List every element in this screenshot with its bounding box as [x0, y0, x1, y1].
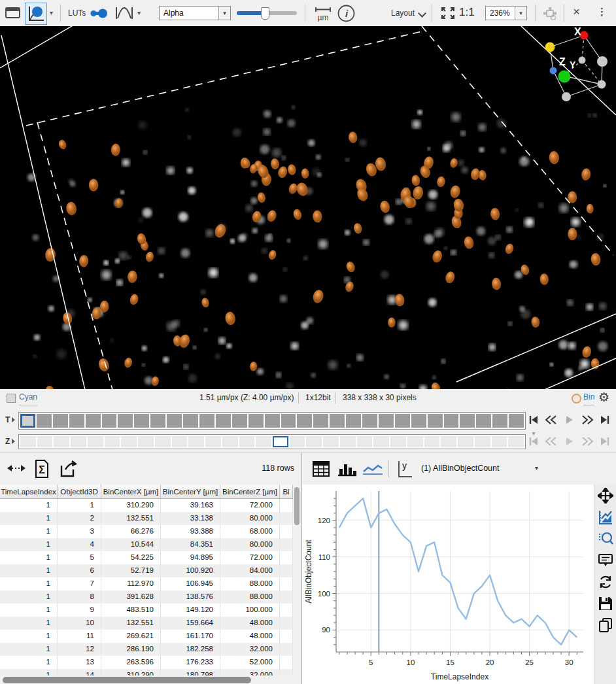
- alpha-select[interactable]: Alpha ▾: [159, 6, 231, 20]
- zoom-level-select[interactable]: 236% ▾: [485, 6, 527, 20]
- t-tile[interactable]: [248, 414, 264, 428]
- t-tile[interactable]: [20, 414, 35, 428]
- feature-selector[interactable]: (1) AllBinObjectCount: [421, 464, 500, 473]
- z-tile[interactable]: [172, 436, 188, 447]
- z-tile[interactable]: [105, 436, 120, 447]
- channel-link[interactable]: Cyan: [19, 389, 37, 405]
- t-tile[interactable]: [232, 414, 247, 428]
- z-tile[interactable]: [54, 436, 69, 447]
- z-tile[interactable]: [71, 436, 86, 447]
- z-tile[interactable]: [222, 436, 238, 447]
- zoom-selection-button[interactable]: [594, 529, 616, 549]
- t-tile[interactable]: [102, 414, 117, 428]
- z-tile[interactable]: [20, 436, 36, 447]
- scrollbar-thumb[interactable]: [3, 677, 251, 683]
- close-icon[interactable]: ×: [573, 5, 580, 19]
- export-table-icon[interactable]: [60, 460, 78, 477]
- alpha-select-arrow[interactable]: ▾: [218, 7, 230, 20]
- copy-button[interactable]: [594, 615, 616, 635]
- z-tile[interactable]: [239, 436, 255, 447]
- z-tile[interactable]: [390, 436, 406, 447]
- t-tile[interactable]: [134, 414, 149, 428]
- z-tile[interactable]: [323, 436, 339, 447]
- line-chart-view-icon[interactable]: [362, 464, 383, 475]
- z-last-slice-button[interactable]: [597, 435, 613, 448]
- table-horizontal-scrollbar[interactable]: [0, 675, 301, 684]
- column-header[interactable]: BinCenterY [µm]: [161, 485, 220, 498]
- channel-checkbox[interactable]: [7, 394, 16, 403]
- z-tile[interactable]: [306, 436, 322, 447]
- zoom-1to1-button[interactable]: 1:1: [459, 6, 475, 19]
- t-tile[interactable]: [330, 414, 345, 428]
- luts-toggle[interactable]: [89, 9, 109, 18]
- t-play-button[interactable]: [562, 413, 577, 426]
- t-tile[interactable]: [69, 414, 84, 428]
- table-row[interactable]: 1554.22594.89572.000: [0, 551, 293, 564]
- t-tile[interactable]: [428, 414, 443, 428]
- t-tile[interactable]: [395, 414, 410, 428]
- axis-orientation-cube[interactable]: X Z Y: [545, 26, 608, 101]
- table-row[interactable]: 111269.621161.17048.000: [0, 630, 293, 643]
- z-play-button[interactable]: [562, 435, 577, 448]
- t-tile[interactable]: [167, 414, 182, 428]
- z-expand-icon[interactable]: [12, 439, 15, 444]
- z-tile[interactable]: [273, 436, 288, 447]
- scalebar-um-icon[interactable]: µm: [314, 5, 332, 22]
- t-expand-icon[interactable]: [12, 417, 15, 422]
- refresh-button[interactable]: [594, 572, 616, 592]
- z-tile[interactable]: [458, 436, 473, 447]
- z-tile[interactable]: [424, 436, 440, 447]
- table-row[interactable]: 18391.628138.57688.000: [0, 590, 293, 604]
- gamma-curve-icon[interactable]: [115, 7, 133, 20]
- z-tile[interactable]: [441, 436, 456, 447]
- t-tile[interactable]: [199, 414, 214, 428]
- y-axis-feature-icon[interactable]: y: [396, 460, 413, 478]
- save-button[interactable]: [594, 594, 616, 613]
- t-tile[interactable]: [118, 414, 133, 428]
- column-header[interactable]: BinCenterX [µm]: [101, 485, 161, 498]
- z-tile[interactable]: [407, 436, 423, 447]
- fit-to-view-icon[interactable]: [441, 7, 455, 20]
- series-style-button[interactable]: [594, 507, 616, 527]
- t-tile[interactable]: [313, 414, 328, 428]
- z-tile[interactable]: [475, 436, 490, 447]
- t-tile[interactable]: [509, 414, 524, 428]
- t-next-frame-button[interactable]: [579, 413, 595, 426]
- table-row[interactable]: 113263.596176.23352.000: [0, 656, 293, 669]
- table-row[interactable]: 11310.29039.16372.000: [0, 499, 293, 512]
- table-row[interactable]: 114310.290180.79832.000: [0, 669, 293, 675]
- t-first-frame-button[interactable]: [526, 413, 541, 426]
- pan-tool-button[interactable]: [594, 486, 616, 505]
- z-tile[interactable]: [37, 436, 53, 447]
- t-tile[interactable]: [492, 414, 507, 428]
- t-tile[interactable]: [346, 414, 361, 428]
- z-tile[interactable]: [188, 436, 204, 447]
- z-tile[interactable]: [340, 436, 356, 447]
- window-layout-icon[interactable]: [5, 7, 21, 19]
- table-row[interactable]: 17112.970106.94588.000: [0, 577, 293, 590]
- table-row[interactable]: 12132.55133.13880.000: [0, 512, 293, 525]
- table-row[interactable]: 1410.54484.35180.000: [0, 538, 293, 551]
- column-header[interactable]: Bi: [280, 485, 293, 498]
- t-tile[interactable]: [265, 414, 280, 428]
- z-tile[interactable]: [290, 436, 305, 447]
- results-table[interactable]: TimeLapseIndexObjectId3DBinCenterX [µm]B…: [0, 485, 293, 675]
- view-mode-3d-button[interactable]: [25, 3, 47, 25]
- view-mode-dropdown[interactable]: ▾: [50, 9, 53, 16]
- bin-link[interactable]: Bin: [583, 389, 594, 405]
- t-prev-frame-button[interactable]: [543, 413, 559, 426]
- table-row[interactable]: 1366.27693.38868.000: [0, 525, 293, 538]
- t-tile[interactable]: [411, 414, 426, 428]
- t-tile[interactable]: [86, 414, 101, 428]
- z-prev-slice-button[interactable]: [543, 435, 559, 448]
- curve-dropdown[interactable]: ▾: [137, 9, 141, 16]
- table-row[interactable]: 1652.719100.92084.000: [0, 564, 293, 577]
- info-icon[interactable]: i: [337, 5, 355, 22]
- t-tile[interactable]: [444, 414, 459, 428]
- settings-gear-icon[interactable]: ⚙: [598, 390, 609, 405]
- column-header[interactable]: BinCenterZ [µm]: [220, 485, 280, 498]
- z-track[interactable]: [18, 434, 526, 449]
- z-tile[interactable]: [88, 436, 103, 447]
- fit-columns-icon[interactable]: [7, 464, 26, 472]
- scrollbar-thumb[interactable]: [294, 487, 299, 525]
